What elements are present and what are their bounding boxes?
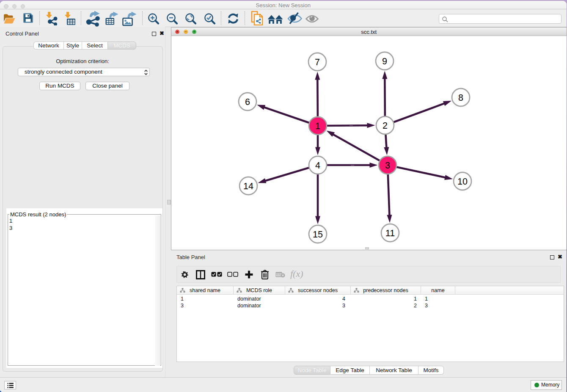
svg-text:6: 6 [245,97,250,107]
svg-text:7: 7 [315,57,320,67]
svg-text:4: 4 [315,160,320,171]
svg-text:2: 2 [383,121,388,131]
svg-text:11: 11 [385,228,395,238]
svg-text:10: 10 [457,177,468,187]
svg-text:8: 8 [458,93,463,103]
svg-text:9: 9 [382,56,387,66]
svg-text:15: 15 [313,229,323,240]
svg-text:14: 14 [243,181,253,191]
svg-text:1: 1 [315,121,320,131]
svg-text:3: 3 [385,160,390,171]
